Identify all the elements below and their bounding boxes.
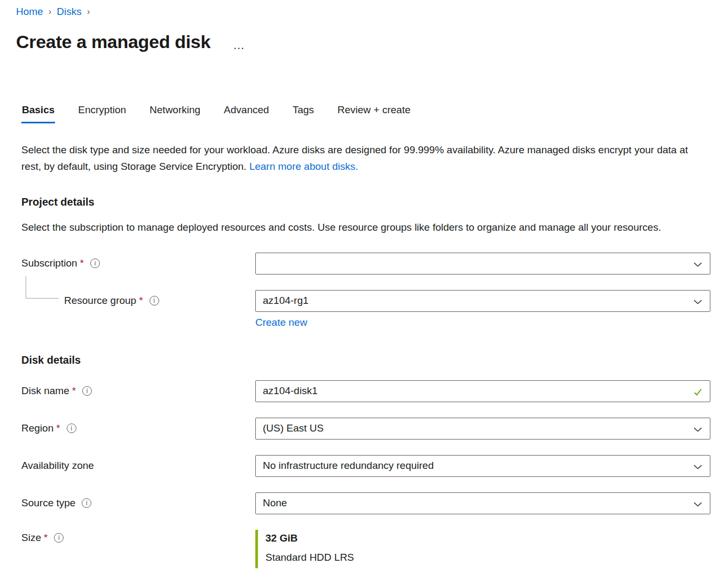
availability-zone-control-cell: No infrastructure redundancy required (255, 455, 710, 477)
chevron-down-icon (693, 462, 702, 472)
size-info-icon[interactable]: i (54, 533, 64, 543)
subscription-control-cell (255, 253, 710, 275)
tab-basics[interactable]: Basics (21, 104, 55, 123)
region-info-icon[interactable]: i (67, 424, 76, 433)
size-summary[interactable]: 32 GiB Standard HDD LRS (255, 530, 710, 568)
subscription-info-icon[interactable]: i (90, 258, 100, 268)
disk-name-label-cell: Disk name * i (21, 380, 255, 402)
disk-name-input[interactable]: az104-disk1 (255, 380, 710, 402)
tab-review-create[interactable]: Review + create (337, 104, 411, 123)
intro-paragraph: Select the disk type and size needed for… (21, 142, 710, 175)
subscription-dropdown[interactable] (255, 253, 710, 275)
chevron-down-icon (693, 260, 702, 269)
source-type-dropdown[interactable]: None (255, 492, 710, 514)
required-marker: * (56, 422, 60, 434)
breadcrumb-disks-link[interactable]: Disks (57, 6, 81, 18)
resource-group-label: Resource group (64, 295, 136, 307)
availability-zone-label: Availability zone (21, 460, 94, 472)
source-type-row: Source type i None (21, 492, 710, 514)
resource-group-label-cell: Resource group * i (21, 290, 255, 312)
breadcrumb-separator: › (87, 6, 90, 17)
availability-zone-dropdown[interactable]: No infrastructure redundancy required (255, 455, 710, 477)
subscription-label: Subscription (21, 257, 77, 269)
basics-tab-content: Select the disk type and size needed for… (16, 142, 710, 568)
tab-tags[interactable]: Tags (292, 104, 315, 123)
size-control-cell: 32 GiB Standard HDD LRS (255, 530, 710, 568)
resource-group-info-icon[interactable]: i (150, 296, 159, 305)
availability-zone-label-cell: Availability zone (21, 455, 255, 477)
disk-name-row: Disk name * i az104-disk1 (21, 380, 710, 402)
breadcrumb-separator: › (49, 6, 52, 17)
region-label: Region (21, 422, 53, 434)
subscription-label-cell: Subscription * i (21, 253, 255, 275)
tab-networking[interactable]: Networking (149, 104, 201, 123)
learn-more-disks-link[interactable]: Learn more about disks. (249, 161, 358, 172)
availability-zone-row: Availability zone No infrastructure redu… (21, 455, 710, 477)
field-connector-line (26, 276, 59, 299)
tab-advanced[interactable]: Advanced (223, 104, 270, 123)
create-new-resource-group-link[interactable]: Create new (255, 317, 307, 328)
source-type-label-cell: Source type i (21, 492, 255, 514)
size-value: 32 GiB (265, 530, 710, 546)
source-type-info-icon[interactable]: i (82, 498, 91, 508)
required-marker: * (44, 532, 48, 544)
region-control-cell: (US) East US (255, 418, 710, 440)
disk-name-label: Disk name (21, 385, 69, 397)
required-marker: * (80, 257, 84, 269)
resource-group-dropdown[interactable]: az104-rg1 (255, 290, 710, 312)
resource-group-control-cell: az104-rg1 Create new (255, 290, 710, 328)
more-options-button[interactable]: … (233, 43, 246, 48)
basics-form: Subscription * i Resource group * (21, 253, 710, 568)
disk-name-control-cell: az104-disk1 (255, 380, 710, 402)
chevron-down-icon (693, 297, 702, 307)
breadcrumb-home-link[interactable]: Home (16, 6, 43, 18)
chevron-down-icon (693, 425, 702, 434)
resource-group-value: az104-rg1 (263, 295, 309, 307)
breadcrumb: Home › Disks › (16, 5, 710, 18)
tab-bar: Basics Encryption Networking Advanced Ta… (21, 104, 710, 123)
title-row: Create a managed disk … (16, 31, 710, 53)
project-details-description: Select the subscription to manage deploy… (21, 219, 705, 236)
create-managed-disk-page: Home › Disks › Create a managed disk … B… (0, 0, 720, 568)
page-title: Create a managed disk (16, 31, 210, 53)
size-row: Size * i 32 GiB Standard HDD LRS (21, 530, 710, 568)
region-dropdown[interactable]: (US) East US (255, 418, 710, 440)
source-type-control-cell: None (255, 492, 710, 514)
disk-name-value: az104-disk1 (263, 385, 317, 397)
chevron-down-icon (693, 500, 702, 509)
source-type-label: Source type (21, 497, 75, 509)
region-label-cell: Region * i (21, 418, 255, 440)
valid-checkmark-icon (693, 388, 702, 397)
required-marker: * (139, 295, 143, 307)
availability-zone-value: No infrastructure redundancy required (263, 460, 434, 472)
size-sku: Standard HDD LRS (265, 550, 710, 565)
size-label-cell: Size * i (21, 530, 255, 546)
region-value: (US) East US (263, 422, 324, 434)
disk-details-heading: Disk details (21, 354, 710, 366)
source-type-value: None (263, 497, 287, 509)
size-label: Size (21, 532, 41, 544)
disk-name-info-icon[interactable]: i (82, 386, 92, 396)
tab-encryption[interactable]: Encryption (77, 104, 127, 123)
region-row: Region * i (US) East US (21, 418, 710, 440)
subscription-row: Subscription * i (21, 253, 710, 275)
project-details-heading: Project details (21, 196, 710, 208)
resource-group-row: Resource group * i az104-rg1 Create new (21, 290, 710, 328)
required-marker: * (72, 385, 76, 397)
